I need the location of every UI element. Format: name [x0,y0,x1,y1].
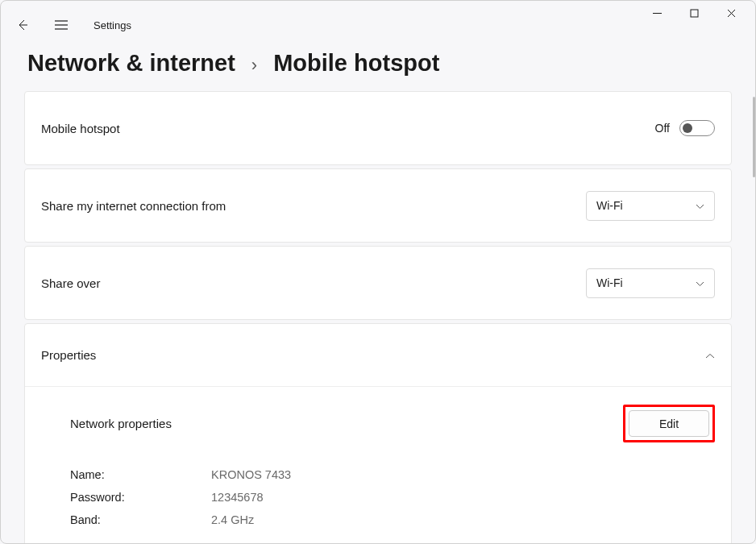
prop-band-label: Band: [70,513,211,526]
share-from-card: Share my internet connection from Wi-Fi [24,168,732,243]
share-from-label: Share my internet connection from [41,199,226,213]
properties-header-label: Properties [41,348,96,362]
hotspot-toggle-card: Mobile hotspot Off [24,91,732,165]
hamburger-menu-button[interactable] [45,11,77,39]
back-button[interactable] [6,11,39,39]
svg-rect-1 [691,10,698,17]
prop-password-value: 12345678 [211,491,715,504]
breadcrumb: Network & internet › Mobile hotspot [0,39,756,91]
share-from-value: Wi-Fi [596,199,623,212]
share-over-label: Share over [41,276,100,290]
scrollbar[interactable] [753,97,755,177]
prop-name-label: Name: [70,468,211,481]
chevron-up-icon [705,349,715,362]
chevron-down-icon [696,276,704,289]
edit-button[interactable]: Edit [629,410,709,437]
edit-button-highlight: Edit [623,405,715,442]
properties-grid: Name: KRONOS 7433 Password: 12345678 Ban… [70,468,715,526]
properties-card: Properties Network properties Edit Name:… [24,323,732,544]
hotspot-toggle-label: Mobile hotspot [41,122,120,135]
chevron-down-icon [696,199,704,212]
toggle-knob [683,123,692,133]
hotspot-toggle-group: Off [655,120,715,136]
app-title: Settings [93,19,131,31]
prop-name-value: KRONOS 7433 [211,468,715,481]
share-over-card: Share over Wi-Fi [24,246,732,320]
close-button[interactable] [712,0,750,26]
share-over-value: Wi-Fi [596,276,623,289]
breadcrumb-parent[interactable]: Network & internet [27,50,235,77]
network-properties-label: Network properties [70,417,172,430]
share-from-select[interactable]: Wi-Fi [586,191,715,221]
prop-password-label: Password: [70,491,211,504]
content-area: Mobile hotspot Off Share my internet con… [0,91,756,544]
properties-expander[interactable]: Properties [25,324,731,387]
prop-band-value: 2.4 GHz [211,513,715,526]
share-over-select[interactable]: Wi-Fi [586,268,715,298]
minimize-button[interactable] [638,0,675,26]
page-title: Mobile hotspot [273,50,439,77]
maximize-button[interactable] [675,0,712,26]
properties-body: Network properties Edit Name: KRONOS 743… [25,387,731,544]
hotspot-toggle[interactable] [679,120,715,136]
hotspot-toggle-state: Off [655,122,670,135]
breadcrumb-separator-icon: › [251,55,257,76]
